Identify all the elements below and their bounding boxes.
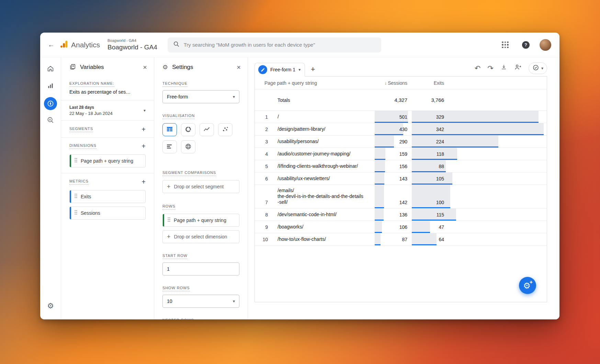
row-page-path: /how-to/ux-flow-charts/	[278, 233, 375, 245]
plus-icon: +	[167, 233, 171, 240]
variables-icon	[69, 63, 76, 71]
row-exits-cell: 64	[412, 233, 544, 245]
totals-label: Totals	[278, 90, 375, 110]
analytics-logo-icon	[59, 39, 69, 50]
metric-chip-label: Sessions	[81, 210, 100, 216]
exits-value: 224	[412, 136, 444, 148]
bar-chart-icon	[47, 82, 54, 91]
row-sessions-cell: 106	[375, 221, 408, 233]
rows-dimension-chip[interactable]: Page path + query string	[162, 214, 239, 227]
row-rank: 2	[255, 123, 278, 135]
table-row[interactable]: 4/audio/customer-journey-mapping/159118	[255, 148, 547, 160]
user-avatar[interactable]	[540, 39, 551, 51]
table-row[interactable]: 6/usability/ux-newsletters/143105	[255, 173, 547, 185]
status-approved-menu[interactable]: ▾	[529, 62, 547, 74]
global-search[interactable]	[168, 37, 381, 52]
table-row[interactable]: 10/how-to/ux-flow-charts/8764	[255, 233, 547, 246]
nav-reports[interactable]	[43, 79, 58, 94]
technique-select[interactable]: Free-form ▾	[162, 90, 239, 103]
table-row[interactable]: 9/boagworks/10647	[255, 221, 547, 233]
drag-grip-icon	[167, 217, 171, 224]
row-page-path: /audio/customer-journey-mapping/	[278, 148, 375, 160]
drag-grip-icon	[74, 157, 78, 164]
start-row-label: START ROW	[162, 254, 188, 259]
add-dimension-button[interactable]: +	[141, 143, 146, 150]
table-body: 1/5013292/design/pattern-library/4303423…	[255, 111, 547, 246]
nav-admin[interactable]: ⚙	[43, 299, 58, 313]
row-exits-cell: 329	[412, 111, 544, 123]
add-metric-button[interactable]: +	[141, 178, 146, 185]
add-tab-button[interactable]: +	[305, 62, 321, 76]
exits-value: 342	[412, 123, 444, 135]
totals-exits: 3,766	[412, 90, 444, 110]
product-name: Analytics	[71, 41, 100, 49]
row-rank: 7	[255, 185, 278, 208]
start-row-input[interactable]	[162, 262, 239, 275]
viz-scatter-button[interactable]	[218, 123, 233, 136]
nav-advertising[interactable]	[43, 114, 58, 128]
viz-donut-button[interactable]	[181, 123, 195, 136]
row-exits-cell: 224	[412, 136, 544, 148]
exits-value: 47	[412, 221, 444, 233]
back-button[interactable]: ←	[44, 38, 58, 52]
search-input[interactable]	[184, 42, 376, 48]
table-row[interactable]: 2/design/pattern-library/430342	[255, 123, 547, 136]
table-row[interactable]: 7/emails/ the-devil-is-in-the-details-an…	[255, 185, 547, 209]
column-header-sessions[interactable]: ↓ Sessions	[375, 77, 408, 89]
download-button[interactable]	[500, 64, 507, 72]
undo-button[interactable]: ↶	[475, 64, 481, 72]
table-row[interactable]: 1/501329	[255, 111, 547, 123]
date-range-picker[interactable]: Last 28 days 22 May - 18 Jun 2024 ▾	[61, 101, 154, 120]
column-gap	[408, 185, 412, 208]
tab-free-form-1[interactable]: Free-form 1 ▾	[254, 63, 305, 77]
visualisation-label: VISUALISATION	[162, 114, 195, 119]
column-header-page-path[interactable]: Page path + query string	[255, 77, 375, 89]
chevron-down-icon: ▾	[541, 66, 543, 71]
row-filler	[544, 111, 547, 123]
analytics-logo[interactable]: Analytics	[59, 39, 100, 50]
date-preset: Last 28 days	[69, 105, 113, 110]
segment-dropzone[interactable]: + Drop or select segment	[162, 180, 239, 193]
insights-fab[interactable]: ⚙	[519, 277, 536, 294]
viz-table-button[interactable]	[162, 123, 177, 136]
metric-accent	[70, 207, 71, 219]
nav-explore[interactable]	[43, 96, 58, 111]
column-header-exits[interactable]: Exits	[412, 77, 444, 89]
sessions-value: 430	[375, 123, 408, 135]
viz-geo-button[interactable]	[181, 140, 195, 153]
row-exits-cell: 47	[412, 221, 544, 233]
exploration-name-value[interactable]: Exits as percentage of ses…	[69, 89, 146, 95]
sessions-value: 142	[375, 185, 408, 208]
nav-home[interactable]	[43, 62, 58, 77]
dimension-chip-label: Page path + query string	[81, 158, 133, 164]
variables-close-button[interactable]: ×	[143, 63, 147, 71]
dimension-accent	[163, 214, 164, 226]
viz-bar-button[interactable]	[162, 140, 177, 153]
dimension-dropzone[interactable]: + Drop or select dimension	[162, 230, 239, 243]
row-filler	[544, 233, 547, 245]
row-page-path: /usability/ux-newsletters/	[278, 173, 375, 185]
viz-line-button[interactable]	[200, 123, 214, 136]
row-page-path: /design/pattern-library/	[278, 123, 375, 135]
help-button[interactable]: ?	[519, 38, 533, 52]
add-segment-button[interactable]: +	[141, 126, 146, 133]
exploration-canvas: Free-form 1 ▾ + ↶ ↷	[248, 57, 559, 319]
metric-chip-exits[interactable]: Exits	[69, 190, 146, 203]
table-row[interactable]: 3/usability/personas/290224	[255, 136, 547, 148]
redo-button[interactable]: ↷	[487, 64, 494, 72]
dimension-accent	[70, 155, 71, 167]
row-filler	[544, 221, 547, 233]
insights-gear-icon: ⚙	[523, 282, 531, 290]
dimension-chip[interactable]: Page path + query string	[69, 154, 146, 167]
row-filler	[544, 123, 547, 135]
show-rows-select[interactable]: 10 ▾	[162, 295, 239, 308]
table-row[interactable]: 5/l/finding-clients-walkthrough-webinar/…	[255, 160, 547, 173]
google-apps-button[interactable]	[498, 38, 512, 52]
table-row[interactable]: 8/dev/semantic-code-in-html/136115	[255, 209, 547, 221]
exits-value: 115	[412, 209, 444, 221]
metric-chip-sessions[interactable]: Sessions	[69, 207, 146, 220]
share-button[interactable]	[514, 63, 522, 73]
settings-close-button[interactable]: ×	[237, 63, 241, 71]
property-switcher[interactable]: Boagworld - GA4 Boagworld - GA4	[107, 38, 157, 51]
sessions-value: 136	[375, 209, 408, 221]
